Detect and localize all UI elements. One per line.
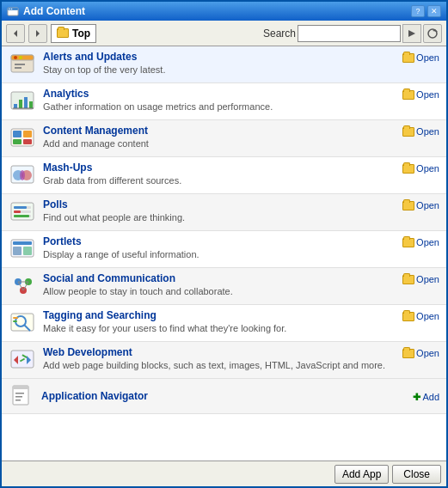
svg-rect-50 <box>13 320 17 322</box>
social-desc: Allow people to stay in touch and collab… <box>43 286 396 296</box>
social-icon <box>9 272 36 300</box>
list-item: Social and Communication Allow people to… <box>2 268 446 305</box>
close-button[interactable]: Close <box>392 465 441 484</box>
svg-rect-35 <box>14 215 29 217</box>
refresh-icon <box>427 27 439 40</box>
polls-icon <box>9 198 36 226</box>
svg-rect-13 <box>15 67 21 69</box>
title-bar: Add Content ? ✕ <box>2 2 446 21</box>
polls-open-link[interactable]: Open <box>402 200 439 210</box>
tagging-icon <box>9 309 36 337</box>
webdev-icon <box>9 346 36 374</box>
forward-button[interactable] <box>28 24 47 43</box>
list-item: Portlets Display a range of useful infor… <box>2 231 446 268</box>
open-folder-icon <box>402 312 414 321</box>
list-item: Mash-Ups Grab data from different source… <box>2 157 446 194</box>
open-folder-icon <box>402 201 414 210</box>
analytics-title[interactable]: Analytics <box>43 88 396 100</box>
forward-icon <box>34 29 42 38</box>
tagging-desc: Make it easy for your users to find what… <box>43 323 396 333</box>
list-item: Polls Find out what people are thinking.… <box>2 194 446 231</box>
list-item: Tagging and Searching Make it easy for y… <box>2 305 446 342</box>
portlets-title[interactable]: Portlets <box>43 235 396 247</box>
content-mgmt-icon <box>9 125 36 152</box>
item-list: Alerts and Updates Stay on top of the ve… <box>2 46 446 461</box>
breadcrumb-folder[interactable]: Top <box>51 24 96 43</box>
list-item: Content Management Add and manage conten… <box>2 120 446 157</box>
search-go-button[interactable] <box>402 24 421 43</box>
content-mgmt-open: Open <box>402 125 439 137</box>
webdev-title[interactable]: Web Development <box>43 346 396 358</box>
analytics-open-label: Open <box>416 89 439 100</box>
search-input[interactable] <box>298 25 401 42</box>
portlets-open-link[interactable]: Open <box>402 237 439 247</box>
open-folder-icon <box>402 238 414 247</box>
close-title-button[interactable]: ✕ <box>427 5 441 17</box>
bottom-bar: Add App Close <box>2 461 446 486</box>
window-icon <box>7 5 19 17</box>
svg-rect-60 <box>15 400 21 401</box>
svg-rect-38 <box>13 247 21 255</box>
back-icon <box>11 29 20 38</box>
back-button[interactable] <box>6 24 25 43</box>
add-app-label: Add App <box>342 468 381 480</box>
analytics-icon <box>9 88 36 115</box>
analytics-desc: Gather information on usage metrics and … <box>43 101 396 112</box>
polls-desc: Find out what people are thinking. <box>43 212 396 223</box>
content-mgmt-text: Content Management Add and manage conten… <box>43 125 396 149</box>
analytics-open-link[interactable]: Open <box>402 89 439 100</box>
polls-title[interactable]: Polls <box>43 198 396 210</box>
mashup-text: Mash-Ups Grab data from different source… <box>43 162 396 186</box>
svg-marker-4 <box>14 30 17 37</box>
help-button[interactable]: ? <box>411 5 425 17</box>
app-nav-add-link[interactable]: ✚ Add <box>413 392 439 403</box>
svg-point-2 <box>9 9 10 10</box>
svg-rect-23 <box>13 139 21 144</box>
app-nav-add-label: Add <box>422 392 439 402</box>
portlets-open-label: Open <box>416 237 439 247</box>
content-mgmt-open-link[interactable]: Open <box>402 126 439 137</box>
alerts-icon <box>9 51 36 78</box>
social-open-link[interactable]: Open <box>402 274 439 284</box>
alerts-title[interactable]: Alerts and Updates <box>43 51 396 63</box>
portlets-icon <box>9 235 36 263</box>
open-folder-icon <box>402 275 414 284</box>
webdev-open-label: Open <box>416 348 439 358</box>
svg-rect-24 <box>23 139 32 144</box>
svg-point-10 <box>14 56 17 59</box>
content-mgmt-open-label: Open <box>416 126 439 137</box>
list-item: Alerts and Updates Stay on top of the ve… <box>2 46 446 83</box>
polls-open-label: Open <box>416 200 439 210</box>
search-label: Search <box>263 27 296 40</box>
content-mgmt-title[interactable]: Content Management <box>43 125 396 137</box>
content-area: Alerts and Updates Stay on top of the ve… <box>2 46 446 461</box>
social-title[interactable]: Social and Communication <box>43 272 396 284</box>
svg-rect-21 <box>13 131 21 137</box>
webdev-open-link[interactable]: Open <box>402 348 439 358</box>
svg-point-3 <box>11 9 13 10</box>
add-app-button[interactable]: Add App <box>334 465 389 484</box>
svg-rect-15 <box>14 104 17 108</box>
toolbar: Top Search <box>2 21 446 46</box>
mashup-title[interactable]: Mash-Ups <box>43 162 396 174</box>
analytics-text: Analytics Gather information on usage me… <box>43 88 396 112</box>
go-arrow-icon <box>407 28 417 39</box>
svg-rect-33 <box>14 210 21 213</box>
portlets-desc: Display a range of useful information. <box>43 249 396 259</box>
tagging-open-link[interactable]: Open <box>402 311 439 321</box>
refresh-button[interactable] <box>423 24 442 43</box>
folder-icon <box>57 28 69 38</box>
breadcrumb-label: Top <box>72 27 90 40</box>
mashup-open-label: Open <box>416 163 439 174</box>
alerts-open-link[interactable]: Open <box>402 52 439 63</box>
tagging-open: Open <box>402 309 439 321</box>
mashup-desc: Grab data from different sources. <box>43 175 396 186</box>
tagging-title[interactable]: Tagging and Searching <box>43 309 396 321</box>
open-folder-icon <box>402 90 414 100</box>
social-open: Open <box>402 272 439 284</box>
svg-rect-31 <box>14 206 27 209</box>
svg-rect-22 <box>23 131 32 137</box>
add-content-window: Add Content ? ✕ Top Search <box>0 0 448 488</box>
app-nav-title[interactable]: Application Navigator <box>41 390 406 402</box>
mashup-open-link[interactable]: Open <box>402 163 439 174</box>
